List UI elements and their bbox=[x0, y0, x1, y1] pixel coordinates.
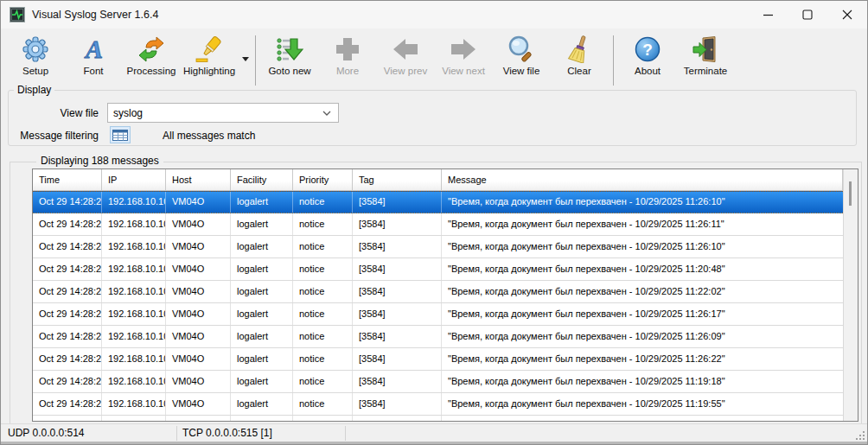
table-body: Oct 29 14:28:21192.168.10.104VM04Ologale… bbox=[33, 191, 843, 422]
cell-message bbox=[442, 416, 843, 422]
toolbar-button-more: More bbox=[320, 35, 375, 76]
maximize-button[interactable] bbox=[788, 1, 827, 29]
cell-tag: [3584] bbox=[353, 303, 442, 325]
column-header-time[interactable]: Time bbox=[33, 169, 102, 191]
minimize-button[interactable] bbox=[748, 1, 788, 29]
window-controls bbox=[748, 1, 867, 29]
messages-count-label: Displaying 188 messages bbox=[36, 155, 163, 167]
cell-facility: logalert bbox=[231, 393, 293, 415]
cell-host bbox=[166, 416, 231, 422]
table-row[interactable]: Oct 29 14:28:21192.168.10.104VM04Ologale… bbox=[33, 281, 843, 303]
question-icon: ? bbox=[634, 35, 661, 63]
cell-time: Oct 29 14:28:20 bbox=[33, 371, 102, 392]
toolbar-button-goto-new[interactable]: Goto new bbox=[262, 35, 317, 76]
cell-facility: logalert bbox=[231, 371, 293, 392]
toolbar: SetupAFontProcessingHighlightingGoto new… bbox=[1, 29, 867, 87]
view-file-value: syslog bbox=[113, 107, 143, 119]
window-title: Visual Syslog Server 1.6.4 bbox=[32, 9, 158, 21]
toolbar-button-view-file[interactable]: View file bbox=[494, 35, 549, 76]
minimize-icon bbox=[763, 10, 773, 20]
table-row-partial bbox=[33, 416, 843, 422]
cell-host: VM04O bbox=[166, 393, 231, 415]
cell-time: Oct 29 14:28:20 bbox=[33, 236, 102, 257]
cell-ip bbox=[102, 416, 166, 422]
goto-new-icon bbox=[276, 35, 303, 63]
plus-icon bbox=[334, 35, 361, 63]
cell-host: VM04O bbox=[166, 258, 231, 280]
cell-tag: [3584] bbox=[353, 236, 442, 257]
column-header-priority[interactable]: Priority bbox=[293, 169, 353, 191]
cell-host: VM04O bbox=[166, 281, 231, 302]
app-window: Visual Syslog Server 1.6.4 SetupAFontPro… bbox=[0, 0, 868, 445]
cell-tag: [3584] bbox=[353, 348, 442, 370]
cell-ip: 192.168.10.104 bbox=[102, 303, 166, 325]
toolbar-button-clear[interactable]: Clear bbox=[552, 35, 607, 76]
cell-ip: 192.168.10.104 bbox=[102, 371, 166, 392]
cell-message: "Время, когда документ был перехвачен - … bbox=[442, 393, 843, 415]
cell-ip: 192.168.10.104 bbox=[102, 236, 166, 257]
statusbar-separator bbox=[176, 426, 177, 441]
cell-priority: notice bbox=[293, 281, 353, 302]
font-icon: A bbox=[80, 35, 107, 63]
table-row[interactable]: Oct 29 14:28:21192.168.10.104VM04Ologale… bbox=[33, 348, 843, 371]
table-row[interactable]: Oct 29 14:28:21192.168.10.104VM04Ologale… bbox=[33, 191, 843, 213]
column-header-ip[interactable]: IP bbox=[102, 169, 166, 191]
table-row[interactable]: Oct 29 14:28:21192.168.10.104VM04Ologale… bbox=[33, 258, 843, 281]
toolbar-split-button: Highlighting bbox=[182, 35, 252, 76]
cell-tag: [3584] bbox=[353, 281, 442, 302]
resize-grip[interactable] bbox=[856, 431, 865, 441]
toolbar-button-label: More bbox=[336, 66, 359, 76]
column-header-tag[interactable]: Tag bbox=[353, 169, 442, 191]
cell-message: "Время, когда документ был перехвачен - … bbox=[442, 192, 843, 213]
gear-icon bbox=[22, 35, 49, 63]
cell-priority: notice bbox=[293, 258, 353, 280]
table-row[interactable]: Oct 29 14:28:21192.168.10.104VM04Ologale… bbox=[33, 393, 843, 416]
view-file-combobox[interactable]: syslog bbox=[107, 103, 339, 123]
toolbar-button-processing[interactable]: Processing bbox=[124, 35, 179, 76]
cell-priority: notice bbox=[293, 192, 353, 213]
message-filtering-button[interactable] bbox=[110, 126, 131, 143]
close-button[interactable] bbox=[827, 1, 867, 29]
cell-priority: notice bbox=[293, 348, 353, 370]
highlighting-dropdown-arrow-icon[interactable] bbox=[239, 57, 252, 61]
cell-tag: [3584] bbox=[353, 192, 442, 213]
column-header-facility[interactable]: Facility bbox=[231, 169, 293, 191]
cell-facility bbox=[231, 416, 293, 422]
cell-tag: [3584] bbox=[353, 326, 442, 347]
toolbar-button-setup[interactable]: Setup bbox=[8, 35, 63, 76]
toolbar-button-font[interactable]: AFont bbox=[66, 35, 121, 76]
statusbar-tcp: TCP 0.0.0.0:515 [1] bbox=[182, 427, 272, 439]
cell-time: Oct 29 14:28:21 bbox=[33, 281, 102, 302]
cell-priority: notice bbox=[293, 371, 353, 392]
toolbar-button-highlighting[interactable]: Highlighting bbox=[182, 35, 237, 76]
highlighter-icon bbox=[195, 35, 223, 63]
cell-priority: notice bbox=[293, 213, 353, 235]
cell-facility: logalert bbox=[231, 258, 293, 280]
cell-ip: 192.168.10.104 bbox=[102, 326, 166, 347]
cell-message: "Время, когда документ был перехвачен - … bbox=[442, 303, 843, 325]
vertical-scrollbar[interactable] bbox=[843, 169, 858, 421]
toolbar-button-view-next: View next bbox=[436, 35, 491, 76]
table-row[interactable]: Oct 29 14:28:20192.168.10.104VM04Ologale… bbox=[33, 213, 843, 236]
message-filtering-label: Message filtering bbox=[9, 130, 99, 142]
table-row[interactable]: Oct 29 14:28:20192.168.10.104VM04Ologale… bbox=[33, 236, 843, 258]
cell-message: "Время, когда документ был перехвачен - … bbox=[442, 236, 843, 257]
toolbar-button-label: Setup bbox=[22, 66, 48, 76]
toolbar-button-label: Processing bbox=[127, 66, 176, 76]
toolbar-button-terminate[interactable]: Terminate bbox=[678, 35, 733, 76]
scrollbar-thumb[interactable] bbox=[849, 181, 852, 206]
cell-ip: 192.168.10.104 bbox=[102, 348, 166, 370]
statusbar-separator bbox=[345, 426, 346, 441]
table-row[interactable]: Oct 29 14:28:20192.168.10.104VM04Ologale… bbox=[33, 371, 843, 393]
column-header-host[interactable]: Host bbox=[166, 169, 231, 191]
toolbar-button-about[interactable]: ?About bbox=[620, 35, 675, 76]
toolbar-button-label: Goto new bbox=[268, 66, 310, 76]
cell-ip: 192.168.10.104 bbox=[102, 258, 166, 280]
table-row[interactable]: Oct 29 14:28:21192.168.10.104VM04Ologale… bbox=[33, 326, 843, 348]
table-row[interactable]: Oct 29 14:28:21192.168.10.104VM04Ologale… bbox=[33, 303, 843, 326]
cell-time: Oct 29 14:28:21 bbox=[33, 393, 102, 415]
column-header-message[interactable]: Message bbox=[442, 169, 843, 191]
cell-message: "Время, когда документ был перехвачен - … bbox=[442, 348, 843, 370]
cell-ip: 192.168.10.104 bbox=[102, 393, 166, 415]
magnifier-icon bbox=[507, 35, 535, 63]
